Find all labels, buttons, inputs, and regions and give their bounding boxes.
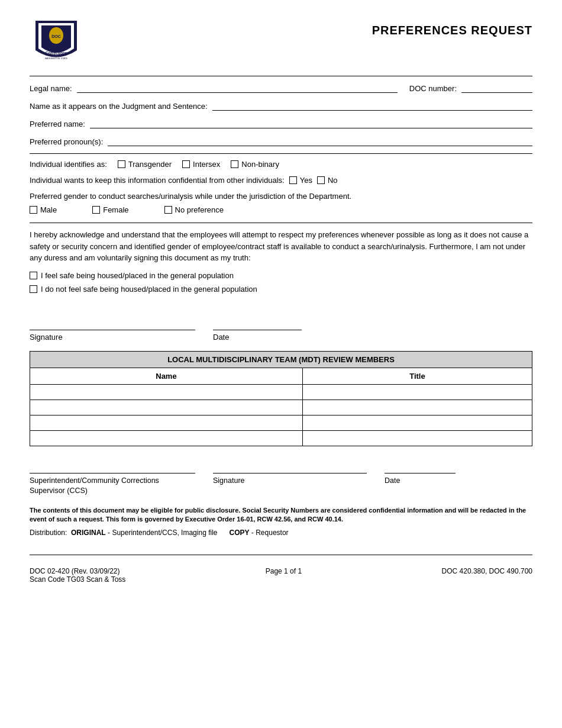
- mdt-title-4[interactable]: [302, 430, 532, 446]
- transgender-checkbox[interactable]: [118, 160, 125, 168]
- not-safe-label: I do not feel safe being housed/placed i…: [41, 285, 257, 294]
- mdt-name-3[interactable]: [30, 415, 303, 430]
- no-label: No: [328, 176, 338, 185]
- mdt-title-3[interactable]: [302, 415, 532, 430]
- doc-number-label: DOC number:: [409, 84, 457, 93]
- mdt-row-3: [30, 415, 532, 430]
- no-preference-label: No preference: [175, 205, 224, 214]
- yes-checkbox[interactable]: [289, 176, 297, 184]
- copy-label: COPY: [230, 529, 250, 537]
- mdt-header-title: LOCAL MULTIDISCIPLINARY TEAM (MDT) REVIE…: [30, 351, 532, 368]
- safe-option-1: I feel safe being housed/placed in the g…: [30, 271, 532, 280]
- feel-safe-checkbox[interactable]: [30, 272, 37, 279]
- judgment-name-label: Name as it appears on the Judgment and S…: [30, 102, 208, 111]
- footer-doc-number: DOC 02-420 (Rev. 03/09/22): [30, 567, 125, 575]
- yes-label: Yes: [300, 176, 312, 185]
- nonbinary-checkbox[interactable]: [231, 160, 238, 168]
- original-text: - Superintendent/CCS, Imaging file: [108, 529, 217, 537]
- date-line[interactable]: [213, 317, 302, 330]
- mdt-title-1[interactable]: [302, 384, 532, 400]
- preferred-gender-text: Preferred gender to conduct searches/uri…: [30, 192, 532, 201]
- female-checkbox[interactable]: [92, 206, 100, 214]
- preferred-name-input[interactable]: [90, 118, 532, 128]
- confidential-label: Individual wants to keep this informatio…: [30, 176, 285, 185]
- mdt-header-row: LOCAL MULTIDISCIPLINARY TEAM (MDT) REVIE…: [30, 351, 532, 368]
- footer-left: DOC 02-420 (Rev. 03/09/22) Scan Code TG0…: [30, 567, 125, 584]
- mdt-row-2: [30, 400, 532, 415]
- bottom-signature-label: Signature: [213, 476, 367, 487]
- disclosure-text: The contents of this document may be eli…: [30, 506, 532, 524]
- footer-page: Page 1 of 1: [266, 567, 302, 584]
- bottom-date-label: Date: [385, 476, 456, 487]
- bottom-date-block: Date: [385, 460, 456, 487]
- doc-logo: DOC Department of Corrections WASHINGTON…: [30, 18, 83, 65]
- mdt-name-4[interactable]: [30, 430, 303, 446]
- identifies-as-label: Individual identifies as:: [30, 160, 107, 169]
- male-checkbox[interactable]: [30, 206, 37, 214]
- intersex-label: Intersex: [193, 160, 220, 169]
- confidential-no: No: [317, 176, 338, 185]
- signature-line[interactable]: [30, 317, 195, 330]
- confidential-yes: Yes: [289, 176, 312, 185]
- safe-option-2: I do not feel safe being housed/placed i…: [30, 285, 532, 294]
- section-divider-1: [30, 153, 532, 154]
- nonbinary-label: Non-binary: [241, 160, 279, 169]
- svg-text:DOC: DOC: [51, 34, 61, 38]
- acknowledgment-text: I hereby acknowledge and understand that…: [30, 229, 532, 264]
- superintendent-sig-block: Superintendent/Community CorrectionsSupe…: [30, 460, 195, 497]
- no-checkbox[interactable]: [317, 176, 325, 184]
- bottom-date-line[interactable]: [385, 460, 456, 473]
- signature-label: Signature: [30, 333, 195, 342]
- mdt-table: LOCAL MULTIDISCIPLINARY TEAM (MDT) REVIE…: [30, 351, 532, 446]
- identifies-as-row: Individual identifies as: Transgender In…: [30, 160, 532, 169]
- mdt-row-4: [30, 430, 532, 446]
- bottom-signature-block: Signature: [213, 460, 367, 487]
- legal-name-field: Legal name:: [30, 82, 398, 93]
- gender-options-row: Male Female No preference: [30, 205, 532, 214]
- footer-scan-code: Scan Code TG03 Scan & Toss: [30, 575, 125, 584]
- distribution-label: Distribution:: [30, 529, 67, 537]
- page-header: DOC Department of Corrections WASHINGTON…: [30, 18, 532, 65]
- svg-text:WASHINGTON STATE: WASHINGTON STATE: [45, 57, 68, 60]
- mdt-name-2[interactable]: [30, 400, 303, 415]
- distribution-row: Distribution: ORIGINAL - Superintendent/…: [30, 529, 532, 537]
- bottom-signature-line[interactable]: [213, 460, 367, 473]
- bottom-signatures: Superintendent/Community CorrectionsSupe…: [30, 460, 532, 497]
- gender-female: Female: [92, 205, 128, 214]
- section-divider-2: [30, 223, 532, 223]
- signature-block: Signature: [30, 317, 195, 342]
- pronouns-input[interactable]: [108, 136, 532, 146]
- header-divider: [30, 76, 532, 76]
- mdt-title-2[interactable]: [302, 400, 532, 415]
- doc-number-field: DOC number:: [409, 82, 532, 93]
- identifies-nonbinary: Non-binary: [231, 160, 279, 169]
- superintendent-sig-label: Superintendent/Community CorrectionsSupe…: [30, 476, 195, 497]
- signature-area: Signature Date: [30, 317, 532, 342]
- legal-name-row: Legal name: DOC number:: [30, 82, 532, 93]
- original-label: ORIGINAL: [71, 529, 106, 537]
- transgender-label: Transgender: [128, 160, 172, 169]
- svg-text:Corrections: Corrections: [46, 51, 67, 55]
- no-preference-checkbox[interactable]: [164, 206, 172, 214]
- form-title-area: PREFERENCES REQUEST: [372, 18, 532, 37]
- feel-safe-label: I feel safe being housed/placed in the g…: [41, 271, 234, 280]
- mdt-row-1: [30, 384, 532, 400]
- male-label: Male: [40, 205, 57, 214]
- intersex-checkbox[interactable]: [182, 160, 190, 168]
- footer-refs: DOC 420.380, DOC 490.700: [442, 567, 532, 584]
- gender-male: Male: [30, 205, 57, 214]
- identifies-intersex: Intersex: [182, 160, 220, 169]
- doc-number-input[interactable]: [461, 82, 532, 93]
- mdt-col-title: Title: [302, 368, 532, 384]
- mdt-col-name: Name: [30, 368, 303, 384]
- identifies-transgender: Transgender: [118, 160, 172, 169]
- confidential-row: Individual wants to keep this informatio…: [30, 176, 532, 185]
- date-label: Date: [213, 333, 302, 342]
- legal-name-input[interactable]: [77, 82, 398, 93]
- superintendent-sig-line[interactable]: [30, 460, 195, 473]
- mdt-name-1[interactable]: [30, 384, 303, 400]
- not-safe-checkbox[interactable]: [30, 285, 37, 293]
- date-block: Date: [213, 317, 302, 342]
- pronouns-label: Preferred pronoun(s):: [30, 137, 103, 146]
- judgment-name-input[interactable]: [212, 100, 532, 111]
